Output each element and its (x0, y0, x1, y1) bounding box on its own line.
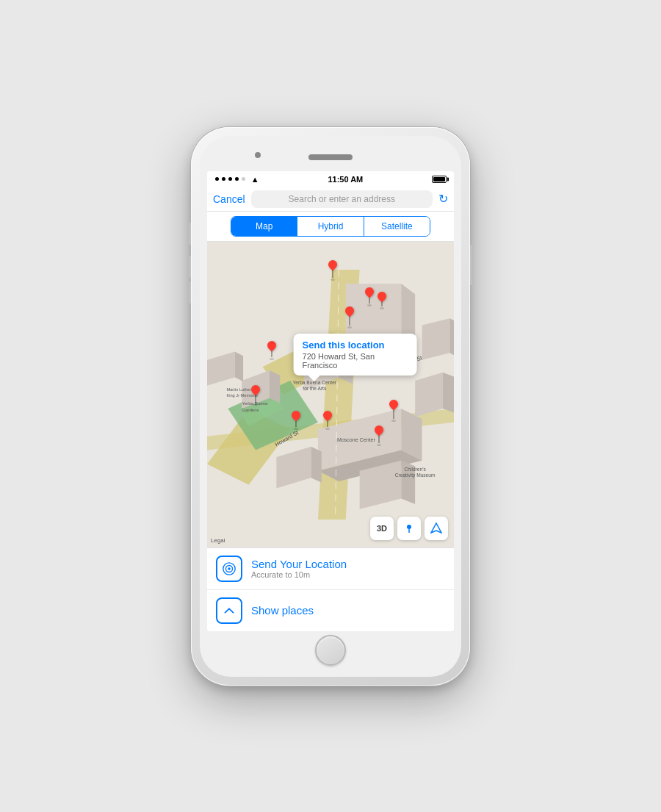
map-area[interactable]: 3rd St Howard St Yerba Buena Center for … (207, 242, 454, 547)
map-pin-8[interactable] (292, 411, 300, 430)
wifi-icon: ▲ (251, 175, 259, 184)
battery-area (432, 176, 447, 183)
pin-button[interactable] (397, 517, 421, 540)
svg-point-40 (407, 525, 411, 529)
svg-text:Martin Luther: Martin Luther (226, 387, 250, 392)
list-item-show-places[interactable]: Show places (207, 590, 454, 631)
send-location-icon-box (216, 556, 242, 582)
screen: ▲ 11:50 AM Cancel Search or enter an add… (207, 171, 454, 631)
map-type-hybrid[interactable]: Hybrid (297, 217, 364, 236)
pin-head-2 (364, 285, 376, 298)
phone-device: ▲ 11:50 AM Cancel Search or enter an add… (191, 127, 470, 686)
nav-icon (430, 522, 442, 534)
send-location-subtitle: Accurate to 10m (251, 570, 347, 579)
pin-shadow-1 (330, 279, 335, 281)
show-places-title: Show places (251, 604, 314, 617)
speaker (308, 154, 353, 160)
svg-point-45 (228, 567, 231, 570)
show-places-icon-box (216, 597, 242, 624)
status-bar: ▲ 11:50 AM (207, 171, 454, 187)
svg-marker-42 (431, 523, 441, 533)
pin-head-10 (388, 398, 400, 410)
send-location-title: Send Your Location (251, 558, 347, 570)
map-pin-1[interactable] (328, 260, 337, 281)
map-svg: 3rd St Howard St Yerba Buena Center for … (207, 242, 454, 547)
pin-head-3 (376, 290, 389, 302)
map-type-selector: Map Hybrid Satellite (231, 216, 430, 237)
search-input[interactable]: Search or enter an address (251, 190, 433, 208)
pin-shadow-9 (325, 428, 330, 430)
location-circle-icon (222, 561, 236, 576)
pin-head-5 (266, 339, 278, 351)
map-pin-callout[interactable] (345, 306, 354, 328)
map-legal: Legal (211, 537, 225, 544)
pin-shadow-8 (294, 428, 298, 430)
signal-area: ▲ (214, 175, 259, 184)
map-pin-10[interactable] (389, 400, 398, 422)
callout-subtitle: 720 Howard St, San Francisco (303, 352, 408, 370)
battery-fill (433, 177, 445, 182)
pin-icon (403, 522, 415, 534)
svg-marker-18 (311, 446, 322, 482)
svg-text:Gardens: Gardens (242, 406, 259, 412)
svg-marker-25 (422, 318, 450, 360)
svg-marker-22 (443, 372, 454, 412)
pin-shadow-2 (367, 304, 372, 306)
refresh-button[interactable]: ↻ (438, 192, 448, 206)
signal-dot2 (222, 177, 225, 181)
svg-text:for the Arts: for the Arts (303, 386, 327, 391)
map-pin-3[interactable] (378, 292, 386, 309)
battery-icon (432, 176, 447, 183)
map-type-satellite[interactable]: Satellite (364, 217, 430, 236)
svg-text:Children's: Children's (405, 466, 427, 471)
map-pin-5[interactable] (267, 341, 276, 360)
pin-head-11 (373, 423, 386, 436)
home-button[interactable] (315, 635, 346, 666)
navigation-button[interactable] (425, 517, 448, 540)
signal-dot3 (228, 177, 232, 181)
chevron-up-icon (222, 603, 236, 618)
status-time: 11:50 AM (259, 175, 432, 184)
pin-head-1 (327, 258, 339, 270)
signal-dot5 (242, 177, 245, 181)
pin-shadow-callout (347, 326, 352, 328)
svg-text:Moscone Center: Moscone Center (337, 437, 375, 442)
pin-head-7 (250, 383, 262, 395)
svg-marker-24 (235, 351, 243, 381)
svg-text:Creativity Museum: Creativity Museum (395, 473, 436, 478)
phone-top-bar (207, 143, 454, 171)
send-location-text: Send Your Location Accurate to 10m (251, 558, 347, 579)
map-pin-2[interactable] (365, 287, 374, 306)
map-pin-9[interactable] (323, 411, 332, 430)
pin-shadow-5 (270, 358, 274, 360)
pin-head-9 (322, 409, 334, 421)
pin-shadow-11 (377, 444, 381, 446)
home-button-area (315, 631, 346, 669)
pin-shadow-7 (253, 403, 258, 406)
cancel-button[interactable]: Cancel (213, 193, 245, 205)
svg-marker-26 (449, 318, 454, 355)
map-controls: 3D (370, 517, 448, 540)
3d-button[interactable]: 3D (370, 517, 394, 540)
pin-shadow-3 (380, 307, 384, 309)
map-pin-11[interactable] (375, 425, 383, 446)
show-places-text: Show places (251, 604, 314, 617)
svg-marker-16 (270, 370, 280, 402)
map-type-map[interactable]: Map (231, 217, 297, 236)
front-camera (255, 152, 261, 158)
pin-head-8 (290, 409, 303, 421)
search-bar: Cancel Search or enter an address ↻ (207, 187, 454, 212)
search-placeholder: Search or enter an address (289, 194, 395, 204)
list-item-send-location[interactable]: Send Your Location Accurate to 10m (207, 548, 454, 590)
map-type-bar: Map Hybrid Satellite (207, 212, 454, 242)
signal-dot1 (215, 177, 219, 181)
callout-title: Send this location (303, 339, 408, 351)
signal-dot4 (235, 177, 239, 181)
bottom-list: Send Your Location Accurate to 10m Show … (207, 547, 454, 631)
pin-shadow-10 (391, 420, 396, 422)
map-pin-7[interactable] (251, 385, 260, 406)
pin-head-callout (344, 304, 356, 317)
map-callout[interactable]: Send this location 720 Howard St, San Fr… (294, 334, 417, 376)
phone-body: ▲ 11:50 AM Cancel Search or enter an add… (200, 136, 461, 677)
